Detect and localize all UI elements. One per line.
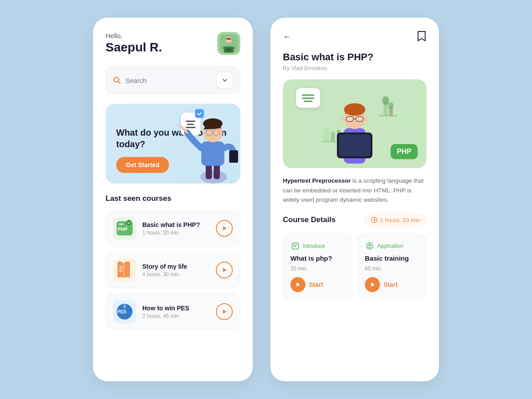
module-card-application: Application Basic training 65 min Start <box>357 234 426 300</box>
start-label-introduce: Start <box>309 281 323 288</box>
module-tag-label-introduce: Introduce <box>303 243 325 249</box>
svg-text:PES: PES <box>117 309 126 314</box>
back-button[interactable]: ← <box>283 32 291 42</box>
svg-rect-40 <box>331 132 335 141</box>
svg-rect-23 <box>118 223 124 225</box>
duration-badge: 1 hours, 20 min <box>364 214 426 227</box>
application-icon <box>365 241 375 251</box>
greeting-block: Hello, Saepul R. <box>106 32 162 55</box>
course-desc-bold: Hypertext Preprocessor <box>283 177 351 184</box>
greeting-hello: Hello, <box>106 32 162 39</box>
course-duration-story: 4 hours, 30 min <box>142 271 210 278</box>
svg-point-58 <box>369 244 371 246</box>
module-time-introduce: 20 min <box>290 266 344 272</box>
search-input[interactable] <box>125 77 212 84</box>
duration-value: 1 hours, 20 min <box>380 217 420 223</box>
search-icon <box>113 76 121 84</box>
play-button-pes[interactable] <box>216 303 233 320</box>
play-button-php[interactable] <box>216 220 233 237</box>
module-time-application: 65 min <box>365 266 419 272</box>
module-subtitle-introduce: What is php? <box>290 254 344 262</box>
hero-illustration <box>310 88 399 168</box>
svg-rect-48 <box>346 117 353 121</box>
course-duration-php: 1 hours, 20 min <box>142 230 210 236</box>
module-tag-label-application: Application <box>377 243 403 249</box>
avatar <box>217 32 240 55</box>
svg-point-45 <box>344 103 365 116</box>
clock-icon <box>371 217 377 223</box>
start-label-application: Start <box>383 281 398 288</box>
details-row: Course Details 1 hours, 20 min <box>283 214 426 227</box>
course-author: By Vlad Ermakov <box>283 65 426 71</box>
svg-line-8 <box>118 82 121 84</box>
course-name-story: Story of my life <box>142 263 210 270</box>
svg-point-24 <box>126 220 132 225</box>
course-info-pes: How to win PES 2 hours, 45 min <box>142 305 210 319</box>
filter-button[interactable] <box>217 72 233 88</box>
start-icon-application <box>365 277 380 292</box>
start-button-application[interactable]: Start <box>365 277 419 292</box>
svg-text:PHP: PHP <box>117 227 128 232</box>
svg-point-36 <box>382 96 389 105</box>
course-item-php[interactable]: PHP Basic what is PHP? 1 hours, 20 min <box>106 210 240 246</box>
svg-rect-4 <box>223 47 227 49</box>
course-thumb-story <box>113 258 136 282</box>
left-card: Hello, Saepul R. <box>93 18 253 381</box>
svg-rect-54 <box>292 243 298 249</box>
course-duration-pes: 2 hours, 45 min <box>142 313 210 319</box>
course-hero: PHP <box>283 79 426 168</box>
course-thumb-pes: PES <box>113 300 136 323</box>
play-button-story[interactable] <box>216 262 233 278</box>
bookmark-button[interactable] <box>417 30 426 43</box>
module-card-introduce: Introduce What is php? 20 min Start <box>283 234 352 300</box>
course-info-story: Story of my life 4 hours, 30 min <box>142 263 210 278</box>
course-name-pes: How to win PES <box>142 305 210 312</box>
header-row: Hello, Saepul R. <box>106 32 240 55</box>
last-seen-label: Last seen courses <box>106 194 240 203</box>
course-info-php: Basic what is PHP? 1 hours, 20 min <box>142 221 210 236</box>
greeting-name: Saepul R. <box>106 40 162 55</box>
svg-rect-6 <box>227 48 231 51</box>
right-card: ← Basic what is PHP? By Vlad Ermakov <box>270 18 439 381</box>
hero-php-badge: PHP <box>391 144 418 159</box>
banner-illustration <box>174 108 240 184</box>
svg-rect-29 <box>119 271 122 272</box>
svg-rect-27 <box>119 266 123 268</box>
svg-line-18 <box>180 126 187 133</box>
svg-point-38 <box>388 102 394 110</box>
svg-point-46 <box>342 117 346 121</box>
search-bar[interactable] <box>106 66 240 94</box>
svg-point-57 <box>367 243 373 249</box>
svg-rect-52 <box>339 134 371 156</box>
module-tag-application: Application <box>365 241 419 251</box>
svg-rect-28 <box>119 269 122 270</box>
start-icon-introduce <box>290 277 305 292</box>
svg-rect-5 <box>231 47 235 49</box>
svg-rect-49 <box>356 117 363 121</box>
course-item-pes[interactable]: PES How to win PES 2 hours, 45 min <box>106 293 240 330</box>
svg-rect-12 <box>201 141 224 166</box>
course-thumb-php: PHP <box>113 217 136 240</box>
svg-rect-34 <box>379 115 397 117</box>
course-name-php: Basic what is PHP? <box>142 221 210 228</box>
svg-point-14 <box>203 118 223 129</box>
module-tag-introduce: Introduce <box>290 241 344 251</box>
course-description: Hypertext Preprocessor is a scripting la… <box>283 176 426 205</box>
course-list: PHP Basic what is PHP? 1 hours, 20 min <box>106 210 240 330</box>
course-title-right: Basic what is PHP? <box>283 51 426 63</box>
banner: What do you want to learn today? Get Sta… <box>106 104 240 184</box>
module-subtitle-application: Basic training <box>365 254 419 262</box>
start-button-introduce[interactable]: Start <box>290 277 344 292</box>
svg-rect-19 <box>229 150 238 163</box>
right-header: ← <box>283 30 426 43</box>
get-started-button[interactable]: Get Started <box>116 157 169 173</box>
svg-point-47 <box>363 117 368 121</box>
modules-grid: Introduce What is php? 20 min Start Appl… <box>283 234 426 300</box>
course-item-story[interactable]: Story of my life 4 hours, 30 min <box>106 252 240 288</box>
details-title: Course Details <box>283 215 336 224</box>
svg-rect-39 <box>324 128 329 141</box>
introduce-icon <box>290 241 300 251</box>
